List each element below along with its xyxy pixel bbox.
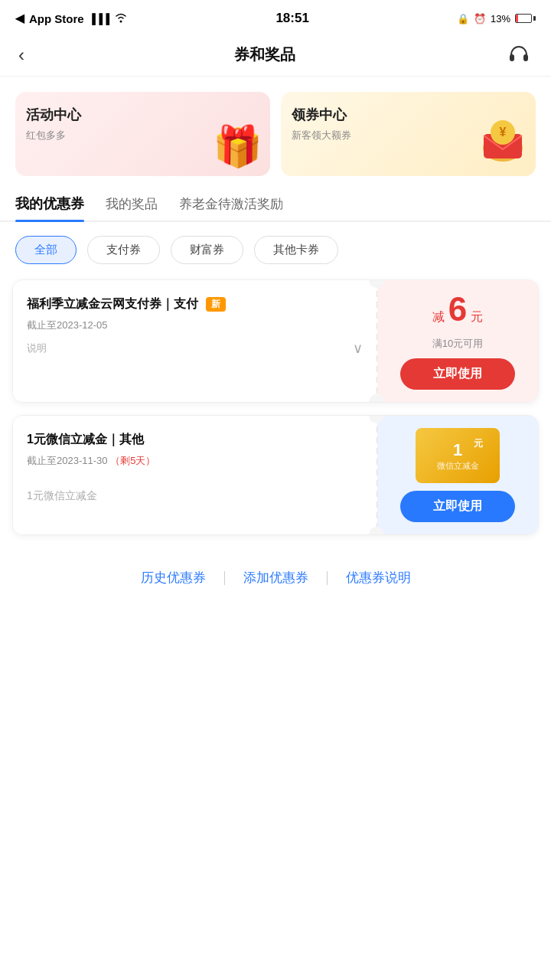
battery-icon [515, 14, 536, 23]
filter-all[interactable]: 全部 [15, 236, 77, 264]
svg-rect-1 [510, 54, 514, 61]
tab-my-coupons[interactable]: 我的优惠券 [15, 194, 84, 220]
voucher-image-2: 元 1 微信立减金 [416, 428, 500, 483]
lock-icon: 🔒 [457, 13, 469, 24]
coupon-divider-2 [377, 416, 377, 534]
filter-wealth[interactable]: 财富券 [171, 236, 243, 264]
coupon-desc-bottom-2: 1元微信立减金 [27, 489, 363, 503]
coupon-divider-1 [377, 280, 377, 402]
promo-section: 活动中心 红包多多 🎁 领券中心 新客领大额券 ¥ [0, 77, 551, 187]
bottom-links: 历史优惠券 添加优惠券 优惠券说明 [0, 541, 551, 602]
filter-row: 全部 支付券 财富券 其他卡券 [0, 222, 551, 273]
chevron-down-icon-1[interactable]: ∨ [353, 340, 363, 357]
svg-point-0 [120, 20, 122, 22]
battery-percent: 13% [491, 13, 510, 24]
coupon-left-2: 1元微信立减金｜其他 截止至2023-11-30 （剩5天） 1元微信立减金 [13, 416, 377, 534]
signal-icon: ▐▐▐ [89, 13, 110, 24]
status-right: 🔒 ⏰ 13% [457, 13, 536, 24]
coupon-icon: ¥ [476, 111, 530, 173]
coupon-left-1: 福利季立减金云网支付券｜支付 新 截止至2023-12-05 说明 ∨ [13, 280, 377, 402]
status-time: 18:51 [276, 11, 308, 26]
svg-rect-2 [523, 54, 528, 61]
tab-pension-rewards[interactable]: 养老金待激活奖励 [179, 195, 283, 220]
tab-my-prizes[interactable]: 我的奖品 [106, 195, 158, 220]
use-btn-2[interactable]: 立即使用 [400, 491, 515, 522]
page-title: 券和奖品 [234, 44, 295, 65]
coupon-item-2: 1元微信立减金｜其他 截止至2023-11-30 （剩5天） 1元微信立减金 元… [12, 415, 539, 535]
svg-text:¥: ¥ [500, 126, 507, 139]
status-left: ◀ App Store ▐▐▐ [15, 11, 128, 25]
filter-payment[interactable]: 支付券 [87, 236, 160, 264]
filter-other[interactable]: 其他卡券 [254, 236, 338, 264]
coupon-item-1: 福利季立减金云网支付券｜支付 新 截止至2023-12-05 说明 ∨ 减 6 … [12, 279, 539, 403]
coupon-expiry-1: 截止至2023-12-05 [27, 318, 363, 332]
discount-condition-1: 满10元可用 [432, 337, 483, 351]
nav-bar: ‹ 券和奖品 [0, 34, 551, 77]
coupons-list: 福利季立减金云网支付券｜支付 新 截止至2023-12-05 说明 ∨ 减 6 … [0, 273, 551, 541]
use-btn-1[interactable]: 立即使用 [400, 358, 515, 390]
discount-display-1: 减 6 元 [432, 292, 482, 326]
promo-card-activity[interactable]: 活动中心 红包多多 🎁 [15, 92, 270, 176]
status-bar: ◀ App Store ▐▐▐ 18:51 🔒 ⏰ 13% [0, 0, 551, 34]
headphone-button[interactable] [505, 41, 533, 69]
back-arrow-status: ◀ [15, 11, 24, 25]
expiry-warning-2: （剩5天） [110, 455, 155, 466]
gift-icon: 🎁 [213, 123, 262, 170]
coupon-right-2: 元 1 微信立减金 立即使用 [377, 416, 538, 534]
coupon-desc-row-1: 说明 ∨ [27, 340, 363, 357]
add-coupon-link[interactable]: 添加优惠券 [225, 569, 327, 586]
coupon-title-1: 福利季立减金云网支付券｜支付 新 [27, 296, 363, 312]
coupon-desc-label-1: 说明 [27, 341, 47, 355]
coupon-right-1: 减 6 元 满10元可用 立即使用 [377, 280, 538, 402]
history-coupon-link[interactable]: 历史优惠券 [122, 569, 224, 586]
coupon-info-link[interactable]: 优惠券说明 [328, 569, 429, 586]
coupon-title-2: 1元微信立减金｜其他 [27, 431, 363, 448]
back-button[interactable]: ‹ [18, 44, 24, 66]
wifi-icon [114, 12, 128, 25]
activity-card-title: 活动中心 [26, 106, 259, 124]
coupon-expiry-2: 截止至2023-11-30 （剩5天） [27, 454, 363, 468]
alarm-icon: ⏰ [474, 13, 486, 24]
tabs-row: 我的优惠券 我的奖品 养老金待激活奖励 [0, 187, 551, 222]
carrier-label: App Store [29, 12, 84, 25]
promo-card-coupon[interactable]: 领券中心 新客领大额券 ¥ [281, 92, 536, 176]
new-tag-1: 新 [206, 297, 226, 312]
